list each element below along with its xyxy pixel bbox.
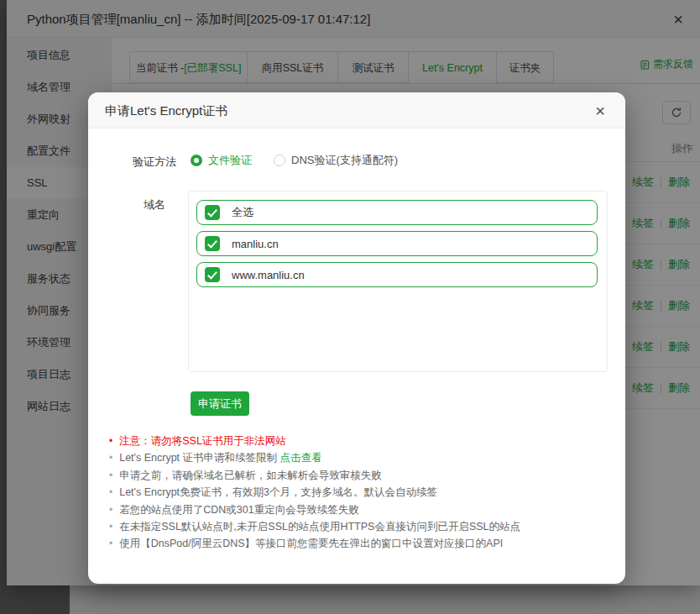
verify-method-options: 文件验证 DNS验证(支持通配符) [191, 153, 398, 168]
notes-list: 注意：请勿将SSL证书用于非法网站 Let's Encrypt 证书申请和续签限… [109, 433, 520, 553]
domain-item-label: manliu.cn [232, 238, 279, 250]
note-validity: Let's Encrypt免费证书，有效期3个月，支持多域名。默认会自动续签 [109, 484, 520, 501]
note-limit: Let's Encrypt 证书申请和续签限制 点击查看 [109, 449, 520, 466]
verify-method-label: 验证方法 [125, 155, 184, 170]
radio-dns-verify[interactable]: DNS验证(支持通配符) [274, 153, 398, 168]
domain-list: 全选 manliu.cn www.manliu.cn [188, 191, 608, 372]
radio-file-verify[interactable]: 文件验证 [191, 153, 252, 168]
note-warning: 注意：请勿将SSL证书用于非法网站 [109, 433, 520, 449]
modal-close-icon[interactable]: × [588, 99, 612, 123]
radio-file-verify-label: 文件验证 [208, 153, 252, 168]
note-dns-api: 使用【DnsPod/阿里云DNS】等接口前您需要先在弹出的窗口中设置对应接口的A… [109, 535, 520, 552]
apply-cert-button[interactable]: 申请证书 [191, 391, 249, 416]
screen: Python项目管理[manliu_cn] -- 添加时间[2025-09-17… [0, 0, 700, 614]
domain-item-label: www.manliu.cn [232, 269, 305, 281]
domain-select-all-label: 全选 [232, 205, 253, 220]
checkbox-checked-icon[interactable] [205, 236, 220, 251]
radio-on-icon [191, 155, 202, 166]
view-limit-link[interactable]: 点击查看 [280, 452, 322, 464]
domain-item[interactable]: manliu.cn [196, 231, 598, 256]
note-cdn: 若您的站点使用了CDN或301重定向会导致续签失败 [109, 501, 520, 518]
note-resolve: 申请之前，请确保域名已解析，如未解析会导致审核失败 [109, 467, 520, 484]
modal-title: 申请Let's Encrypt证书 [105, 92, 227, 129]
checkbox-checked-icon[interactable] [205, 205, 220, 220]
lets-encrypt-modal: 申请Let's Encrypt证书 × 验证方法 文件验证 DNS验证(支持通配… [88, 92, 625, 584]
note-default-site: 在未指定SSL默认站点时,未开启SSL的站点使用HTTPS会直接访问到已开启SS… [109, 518, 520, 535]
radio-off-icon [274, 155, 285, 166]
domain-label: 域名 [125, 197, 184, 213]
domain-select-all[interactable]: 全选 [196, 200, 598, 225]
modal-header: 申请Let's Encrypt证书 × [88, 92, 625, 129]
radio-dns-verify-label: DNS验证(支持通配符) [291, 153, 398, 168]
domain-item[interactable]: www.manliu.cn [196, 262, 598, 287]
checkbox-checked-icon[interactable] [205, 267, 220, 282]
